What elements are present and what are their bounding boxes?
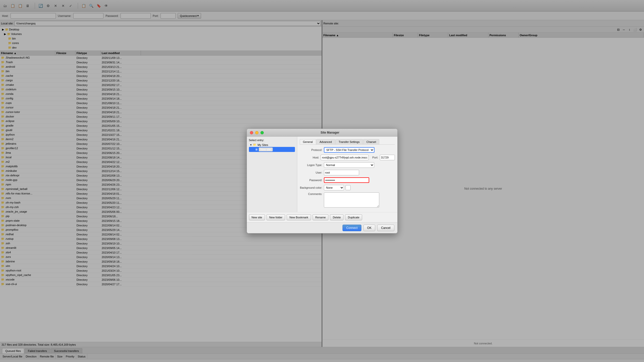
sm-tab-advanced[interactable]: Advanced (316, 139, 335, 144)
new-folder-button[interactable]: New folder (267, 214, 285, 220)
connect-button[interactable]: Connect (343, 225, 361, 231)
bg-color-select[interactable]: None (324, 185, 344, 190)
ok-button[interactable]: OK (363, 225, 375, 231)
host-field[interactable] (321, 155, 369, 160)
comments-textarea[interactable] (324, 192, 379, 208)
port-field[interactable] (380, 155, 395, 160)
site-icon: 🖥 (255, 148, 258, 151)
sm-left-panel: Select entry: ▼ 📁 My Sites 🖥 New site (247, 137, 297, 212)
sm-body: Select entry: ▼ 📁 My Sites 🖥 New site Ge… (247, 137, 397, 212)
host-label: Host: (300, 156, 319, 159)
comments-label: Comments: (300, 192, 322, 195)
protocol-row: Protocol: SFTP - SSH File Transfer Proto… (300, 147, 395, 153)
close-button[interactable] (250, 131, 253, 134)
sm-tab-general[interactable]: General (300, 139, 316, 144)
port-label: Port: (372, 156, 378, 159)
sm-buttons: New site New folder New Bookmark Rename … (247, 212, 397, 222)
arrow-icon: ▼ (250, 144, 252, 146)
protocol-label: Protocol: (300, 148, 322, 151)
sm-tree-my-sites[interactable]: ▼ 📁 My Sites (249, 143, 295, 147)
sm-tree-new-site[interactable]: 🖥 New site (249, 147, 295, 152)
new-site-button[interactable]: New site (249, 214, 265, 220)
sm-title: Site Manager (266, 131, 394, 134)
duplicate-button[interactable]: Duplicate (345, 214, 362, 220)
folder-icon: 📁 (253, 143, 256, 146)
password-row: Password: (300, 177, 395, 183)
bg-color-label: Background color: (300, 186, 322, 189)
maximize-button[interactable] (260, 131, 264, 134)
logon-type-label: Logon Type: (300, 164, 322, 167)
bg-color-row: Background color: None (300, 185, 395, 190)
user-label: User: (300, 171, 322, 174)
sm-titlebar: Site Manager (247, 129, 397, 137)
sm-right-panel: General Advanced Transfer Settings Chars… (297, 137, 397, 212)
minimize-button[interactable] (255, 131, 258, 134)
select-entry-label: Select entry: (249, 139, 295, 142)
sm-tab-charset[interactable]: Charset (363, 139, 380, 144)
color-swatch[interactable] (346, 185, 351, 190)
new-bookmark-button[interactable]: New Bookmark (287, 214, 311, 220)
password-field[interactable] (324, 177, 369, 183)
logon-type-select[interactable]: Normal (324, 162, 374, 168)
user-field[interactable] (324, 170, 359, 175)
site-manager-dialog: Site Manager Select entry: ▼ 📁 My Sites … (247, 129, 398, 233)
rename-button[interactable]: Rename (313, 214, 329, 220)
cancel-button[interactable]: Cancel (377, 225, 394, 231)
password-label: Password: (300, 179, 322, 182)
host-row: Host: Port: (300, 155, 395, 160)
logon-type-row: Logon Type: Normal (300, 162, 395, 168)
modal-overlay: Site Manager Select entry: ▼ 📁 My Sites … (0, 0, 644, 362)
comments-row: Comments: (300, 192, 395, 208)
sm-tabs: General Advanced Transfer Settings Chars… (300, 139, 395, 145)
sm-tab-transfer[interactable]: Transfer Settings (335, 139, 363, 144)
protocol-select[interactable]: SFTP - SSH File Transfer Protocol (324, 147, 374, 153)
sm-footer: Connect OK Cancel (247, 222, 397, 233)
user-row: User: (300, 170, 395, 175)
delete-button[interactable]: Delete (330, 214, 344, 220)
